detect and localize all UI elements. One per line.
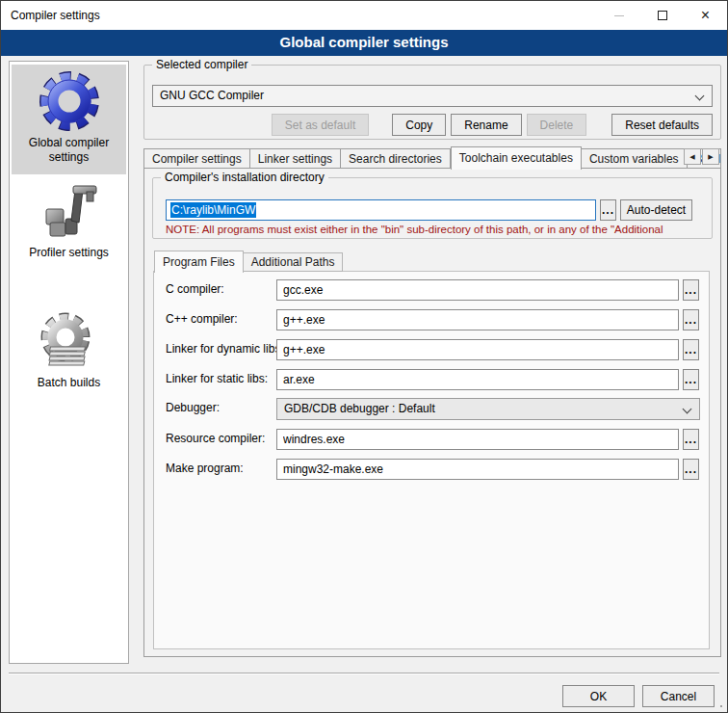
static-linker-label: Linker for static libs: [166,372,268,385]
close-icon: × [701,8,710,23]
selected-compiler-legend: Selected compiler [152,58,251,71]
copy-button[interactable]: Copy [392,114,446,136]
compiler-actions: Set as default Copy Rename Delete Reset … [152,114,713,136]
close-button[interactable]: × [684,1,727,30]
page-title: Global compiler settings [1,30,727,56]
tab-toolchain-executables[interactable]: Toolchain executables [451,146,582,170]
sidebar-item-label: Batch builds [13,376,124,390]
installation-directory-input[interactable]: C:\raylib\MinGW [166,199,596,221]
dynamic-linker-row: Linker for dynamic libs: ... [154,339,709,361]
ok-button[interactable]: OK [562,685,635,707]
tab-scroll-buttons: ◀ ▶ [683,148,719,165]
make-program-label: Make program: [166,462,244,475]
installation-directory-legend: Compiler's installation directory [161,171,328,184]
sidebar-item-profiler-settings[interactable]: Profiler settings [12,174,126,270]
tab-compiler-settings[interactable]: Compiler settings [143,148,250,169]
c-compiler-label: C compiler: [166,282,224,296]
delete-button[interactable]: Delete [527,114,587,136]
installation-directory-value: C:\raylib\MinGW [170,202,256,218]
chevron-down-icon [695,92,705,101]
sidebar-item-batch-builds[interactable]: Batch builds [12,304,126,400]
installation-directory-group: Compiler's installation directory C:\ray… [152,177,713,239]
minimize-button[interactable] [597,1,640,30]
compiler-select-value: GNU GCC Compiler [160,89,264,102]
debugger-row: Debugger: GDB/CDB debugger : Default [154,398,709,420]
tab-linker-settings[interactable]: Linker settings [250,148,341,169]
debugger-select-value: GDB/CDB debugger : Default [284,402,435,415]
cpp-compiler-row: C++ compiler: ... [154,309,709,331]
program-tabs: Program Files Additional Paths [154,250,343,272]
blue-gear-icon [39,70,100,132]
dynamic-linker-browse-button[interactable]: ... [683,339,699,360]
settings-category-sidebar: Global compiler settings [9,61,129,664]
compiler-settings-dialog: Compiler settings × Global compiler sett… [0,0,728,713]
arrow-right-icon: ▶ [708,153,713,161]
caliper-icon [39,180,100,242]
program-files-panel: C compiler: ... C++ compiler: ... Linker… [153,271,710,649]
title-bar: Compiler settings × [1,1,727,30]
static-linker-row: Linker for static libs: ... [154,369,709,391]
static-linker-input[interactable] [276,369,679,390]
c-compiler-row: C compiler: ... [154,279,709,302]
maximize-icon [658,11,667,20]
grey-gear-stack-icon [39,310,100,372]
bin-subdirectory-note: NOTE: All programs must exist either in … [166,224,707,235]
c-compiler-browse-button[interactable]: ... [683,279,699,301]
tab-program-files[interactable]: Program Files [154,251,244,273]
minimize-icon [614,15,624,16]
resize-grip[interactable] [720,705,722,707]
settings-tabs: Compiler settings Linker settings Search… [143,145,721,169]
cpp-compiler-browse-button[interactable]: ... [683,309,699,330]
dynamic-linker-label: Linker for dynamic libs: [166,342,284,356]
dynamic-linker-input[interactable] [276,339,679,360]
resource-compiler-browse-button[interactable]: ... [683,429,699,450]
compiler-select[interactable]: GNU GCC Compiler [152,85,713,107]
resource-compiler-row: Resource compiler: ... [154,429,709,451]
sidebar-item-global-compiler-settings[interactable]: Global compiler settings [12,65,126,174]
browse-directory-button[interactable]: ... [600,199,616,221]
rename-button[interactable]: Rename [451,114,521,136]
set-as-default-button[interactable]: Set as default [272,114,369,136]
make-program-row: Make program: ... [154,459,709,481]
footer-divider [9,673,719,674]
tab-search-directories[interactable]: Search directories [341,148,451,169]
cancel-button[interactable]: Cancel [642,685,715,707]
tab-scroll-left-button[interactable]: ◀ [684,148,701,165]
tab-custom-variables[interactable]: Custom variables [582,148,688,169]
resource-compiler-input[interactable] [276,429,679,450]
resource-compiler-label: Resource compiler: [166,432,265,445]
make-program-input[interactable] [276,459,679,480]
arrow-left-icon: ◀ [689,153,694,161]
selected-compiler-group: Selected compiler GNU GCC Compiler Set a… [143,65,721,140]
static-linker-browse-button[interactable]: ... [683,369,699,390]
maximize-button[interactable] [640,1,684,30]
sidebar-item-label: Profiler settings [13,246,124,260]
auto-detect-button[interactable]: Auto-detect [620,199,692,221]
tab-scroll-right-button[interactable]: ▶ [702,148,719,165]
reset-defaults-button[interactable]: Reset defaults [611,114,713,136]
c-compiler-input[interactable] [276,279,679,301]
window-controls: × [597,1,727,30]
debugger-select[interactable]: GDB/CDB debugger : Default [276,398,700,420]
sidebar-item-label: Global compiler settings [13,136,124,165]
debugger-label: Debugger: [166,401,220,414]
cpp-compiler-input[interactable] [276,309,679,330]
make-program-browse-button[interactable]: ... [683,459,699,480]
cpp-compiler-label: C++ compiler: [166,312,238,326]
chevron-down-icon [683,405,692,414]
window-title: Compiler settings [1,9,100,22]
toolchain-executables-panel: Compiler's installation directory C:\ray… [143,168,721,657]
tab-additional-paths[interactable]: Additional Paths [244,252,344,272]
